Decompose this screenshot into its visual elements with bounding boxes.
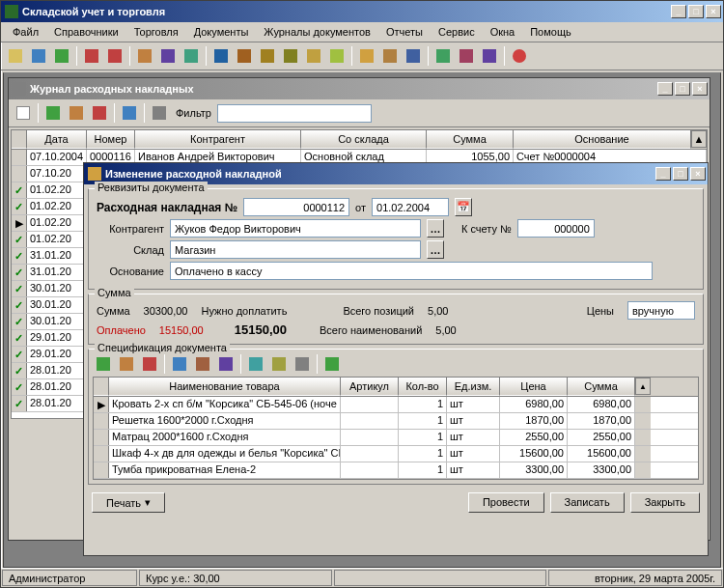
maximize-button[interactable]: □ <box>688 5 704 18</box>
scroll-track[interactable] <box>635 397 651 412</box>
minimize-button[interactable]: _ <box>655 167 671 181</box>
prices-input[interactable] <box>627 301 695 320</box>
menu-reports[interactable]: Отчеты <box>378 24 431 40</box>
scroll-track[interactable] <box>635 462 651 478</box>
basis-input[interactable] <box>170 262 653 280</box>
col-num[interactable]: Номер <box>87 130 135 149</box>
account-input[interactable] <box>517 219 595 238</box>
filter-button[interactable] <box>149 102 170 124</box>
table-row[interactable]: Шкаф 4-х дв для одежды и белья "Корсика"… <box>94 446 698 462</box>
tb-btn-5[interactable] <box>104 45 125 67</box>
tb-btn-16[interactable] <box>379 45 401 67</box>
menu-file[interactable]: Файл <box>5 24 46 40</box>
maximize-button[interactable]: □ <box>673 167 688 181</box>
menu-refs[interactable]: Справочники <box>46 24 126 40</box>
tb-btn-18[interactable] <box>432 45 454 67</box>
menu-trade[interactable]: Торговля <box>126 24 186 40</box>
spec-7[interactable] <box>321 353 343 375</box>
spec-2[interactable] <box>192 353 213 375</box>
doc-number-input[interactable] <box>243 198 349 216</box>
tb-btn-13[interactable] <box>303 45 324 67</box>
filter-input[interactable] <box>217 104 372 123</box>
table-row[interactable]: Решетка 1600*2000 г.Сходня 1 шт 1870,00 … <box>94 413 698 430</box>
tb-btn-15[interactable] <box>356 45 377 67</box>
menu-help[interactable]: Помощь <box>522 24 579 40</box>
date-picker-button[interactable]: 📅 <box>455 198 472 216</box>
scroll-up[interactable]: ▲ <box>691 130 707 148</box>
minimize-button[interactable]: _ <box>657 82 673 96</box>
print-button[interactable]: Печать▾ <box>92 492 165 513</box>
spec-col-sum[interactable]: Сумма <box>568 378 635 396</box>
row-indicator: ✓ <box>12 199 27 214</box>
table-row[interactable]: Матрац 2000*1600 г.Сходня 1 шт 2550,00 2… <box>94 430 698 446</box>
scroll-up[interactable]: ▲ <box>635 378 651 395</box>
agent-input[interactable] <box>170 219 421 238</box>
table-row[interactable]: ▶ Кровать 2-х сп б/м "Корсика" СБ-545-06… <box>94 397 698 413</box>
menu-journals[interactable]: Журналы документов <box>256 24 378 40</box>
spec-col-qty[interactable]: Кол-во <box>399 378 447 396</box>
spec-del[interactable] <box>139 353 160 375</box>
col-stock[interactable]: Со склада <box>301 130 427 149</box>
disk-icon <box>406 49 420 63</box>
spec-col-unit[interactable]: Ед.изм. <box>447 378 500 396</box>
refresh-button[interactable] <box>119 102 140 124</box>
spec-add[interactable] <box>93 353 114 375</box>
col-date[interactable]: Дата <box>27 130 87 149</box>
spec-6[interactable] <box>292 353 313 375</box>
spec-col-price[interactable]: Цена <box>500 378 568 396</box>
close-button[interactable]: × <box>706 5 721 18</box>
spec-col-art[interactable]: Артикул <box>341 378 399 396</box>
delete-button[interactable] <box>89 102 110 124</box>
tb-btn-2[interactable] <box>28 45 49 67</box>
stock-input[interactable] <box>170 240 421 259</box>
tb-btn-19[interactable] <box>456 45 477 67</box>
menu-docs[interactable]: Документы <box>186 24 257 40</box>
row-indicator <box>94 446 109 462</box>
tb-btn-8[interactable] <box>181 45 202 67</box>
save-button[interactable]: Записать <box>550 492 625 513</box>
scroll-track[interactable] <box>635 446 651 462</box>
tb-btn-4[interactable] <box>81 45 102 67</box>
spec-4[interactable] <box>245 353 266 375</box>
tb-btn-11[interactable] <box>257 45 278 67</box>
maximize-button[interactable]: □ <box>675 82 690 96</box>
menu-service[interactable]: Сервис <box>431 24 483 40</box>
col-sum[interactable]: Сумма <box>427 130 514 149</box>
tb-btn-10[interactable] <box>234 45 255 67</box>
stock-lookup-button[interactable]: … <box>427 240 444 259</box>
tb-btn-9[interactable] <box>210 45 232 67</box>
tb-btn-12[interactable] <box>280 45 301 67</box>
folder2-icon <box>383 49 397 63</box>
copy-button[interactable] <box>66 102 87 124</box>
spec-col-name[interactable]: Наименование товара <box>109 378 341 396</box>
col-agent[interactable]: Контрагент <box>135 130 301 149</box>
new-button[interactable] <box>13 102 34 124</box>
post-button[interactable]: Провести <box>468 492 544 513</box>
sum-legend: Сумма <box>95 287 134 298</box>
tb-btn-7[interactable] <box>157 45 179 67</box>
close-button[interactable]: × <box>690 167 706 181</box>
tb-btn-3[interactable] <box>51 45 72 67</box>
spec-grid[interactable]: Наименование товара Артикул Кол-во Ед.из… <box>93 377 699 480</box>
tb-btn-17[interactable] <box>403 45 424 67</box>
tb-btn-6[interactable] <box>134 45 155 67</box>
minimize-button[interactable]: _ <box>671 5 686 18</box>
spec-1[interactable] <box>169 353 190 375</box>
edit-button[interactable] <box>42 102 64 124</box>
col-basis[interactable]: Основание <box>514 130 691 149</box>
tb-btn-20[interactable] <box>479 45 500 67</box>
close-button[interactable]: Закрыть <box>630 492 700 513</box>
tb-btn-21[interactable] <box>509 45 530 67</box>
menu-windows[interactable]: Окна <box>483 24 523 40</box>
spec-3[interactable] <box>215 353 237 375</box>
scroll-track[interactable] <box>635 430 651 445</box>
date-input[interactable] <box>372 198 449 216</box>
scroll-track[interactable] <box>635 413 651 429</box>
agent-lookup-button[interactable]: … <box>427 219 444 238</box>
tb-btn-14[interactable] <box>326 45 348 67</box>
spec-5[interactable] <box>268 353 290 375</box>
spec-edit[interactable] <box>116 353 137 375</box>
table-row[interactable]: Тумба прикроватная Елена-2 1 шт 3300,00 … <box>94 462 698 479</box>
tb-btn-1[interactable] <box>5 45 26 67</box>
close-button[interactable]: × <box>692 82 708 96</box>
